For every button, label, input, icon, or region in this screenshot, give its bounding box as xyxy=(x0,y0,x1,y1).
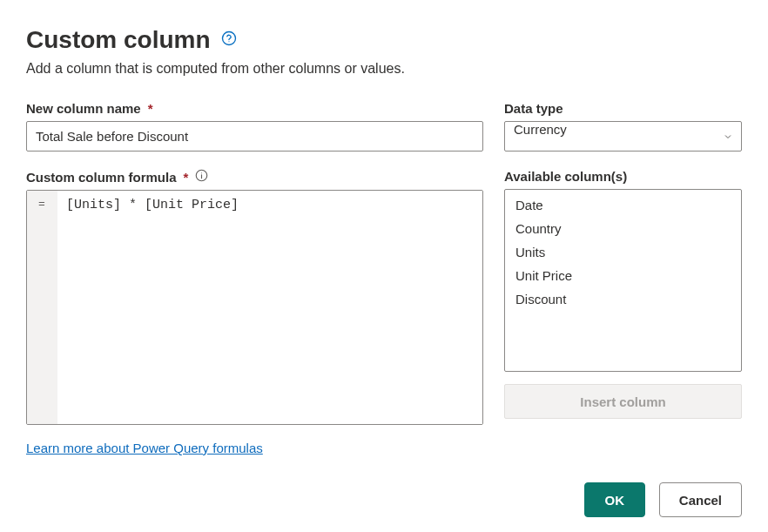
formula-label: Custom column formula* xyxy=(26,169,483,185)
new-column-name-input[interactable] xyxy=(26,121,483,152)
insert-column-button: Insert column xyxy=(504,384,742,419)
required-marker: * xyxy=(148,101,153,116)
help-icon[interactable] xyxy=(221,30,237,50)
page-subtitle: Add a column that is computed from other… xyxy=(26,61,742,77)
svg-point-1 xyxy=(228,41,229,42)
cancel-button[interactable]: Cancel xyxy=(659,482,742,517)
page-title: Custom column xyxy=(26,26,211,54)
required-marker: * xyxy=(184,170,189,185)
list-item[interactable]: Country xyxy=(505,217,741,240)
svg-point-0 xyxy=(222,32,235,45)
list-item[interactable]: Unit Price xyxy=(505,264,741,287)
formula-textarea[interactable] xyxy=(57,191,482,424)
list-item[interactable]: Units xyxy=(505,240,741,264)
list-item[interactable]: Date xyxy=(505,193,741,217)
formula-editor[interactable]: = xyxy=(26,190,483,425)
svg-point-4 xyxy=(201,172,202,173)
available-columns-list[interactable]: Date Country Units Unit Price Discount xyxy=(504,189,742,372)
data-type-select[interactable]: Currency xyxy=(504,121,742,152)
learn-more-link[interactable]: Learn more about Power Query formulas xyxy=(26,441,263,455)
data-type-label: Data type xyxy=(504,101,742,116)
info-icon[interactable] xyxy=(193,169,208,185)
list-item[interactable]: Discount xyxy=(505,287,741,311)
new-column-name-label: New column name* xyxy=(26,101,483,116)
available-columns-label: Available column(s) xyxy=(504,169,742,184)
ok-button[interactable]: OK xyxy=(584,482,645,517)
formula-gutter: = xyxy=(27,191,57,424)
